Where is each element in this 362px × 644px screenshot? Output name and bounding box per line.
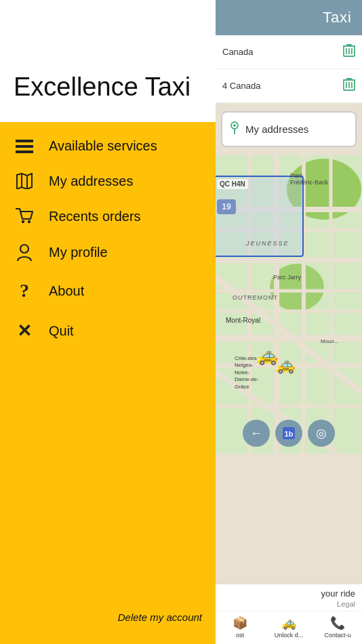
unlock-label: Unlock d... [275,632,304,639]
tab-post[interactable]: 📦 ost [216,616,264,639]
list-icon [14,140,35,153]
map-bottom: your ride Legal 📦 ost 🚕 Unlock d... 📞 Co… [216,584,362,644]
map-label-parc-frederic: ParcFrédéric-Back [290,172,328,186]
nav-label-recents-orders: Recents orders [49,209,141,224]
my-addresses-button[interactable]: My addresses [221,111,357,147]
pin-icon [229,121,240,138]
address-item-1[interactable]: Canada [216,35,362,69]
my-addresses-label: My addresses [245,123,308,135]
svg-marker-3 [17,174,32,189]
post-icon: 📦 [233,616,247,630]
map-topbar-title: Taxi [323,9,352,26]
nav-label-quit: Quit [49,323,74,339]
nav-item-recents-orders[interactable]: Recents orders [0,199,216,234]
address-list: Canada 4 Canada [216,35,362,103]
contact-icon: 📞 [330,616,345,630]
taxi-car-2: 🚕 [275,355,296,374]
bottom-tabs: 📦 ost 🚕 Unlock d... 📞 Contact-u [216,611,362,644]
nav-label-my-addresses: My addresses [49,174,134,189]
svg-rect-0 [16,140,33,142]
nav-label-my-profile: My profile [49,245,108,260]
tab-contact[interactable]: 📞 Contact-u [313,616,362,639]
svg-point-8 [20,245,28,253]
map-controls: ← 1b ◎ [216,420,362,447]
map-label-mount: Moun... [321,338,339,344]
trash-icon-1[interactable] [343,43,355,60]
svg-rect-1 [16,145,33,148]
cart-icon [14,208,35,224]
map-icon [14,173,35,189]
nav-label-available-services: Available services [49,138,157,154]
tab-unlock[interactable]: 🚕 Unlock d... [264,616,313,639]
ride-text: your ride [321,588,355,599]
trash-icon-2[interactable] [343,77,355,94]
address-text-1: Canada [222,47,254,57]
question-icon: ? [14,280,35,302]
map-area: 19 QC H4N JEUNESSE Parc Jarry OUTREMONT … [216,155,362,454]
right-panel: Taxi Canada 4 Canada [216,0,362,644]
location-button[interactable]: ◎ [308,420,335,447]
app-title-area: Excellence Taxi [0,0,216,122]
map-label-cote-des-neiges: Côte-des-Neiges-Notre-Dame-de-Grâce [235,355,259,390]
map-label-mont-royal: Mont-Royal [226,317,260,324]
map-label-jeunesse: JEUNESSE [246,240,289,247]
map-topbar: Taxi [216,0,362,35]
nav-item-available-services[interactable]: Available services [0,129,216,163]
legal-link[interactable]: Legal [216,600,362,611]
svg-point-20 [233,124,236,127]
nav-item-my-profile[interactable]: My profile [0,234,216,270]
left-panel: Excellence Taxi Available services [0,0,216,644]
nav-menu: Available services My addresses [0,122,216,598]
close-icon: ✕ [14,321,35,342]
svg-point-7 [28,220,31,223]
contact-label: Contact-u [324,632,350,639]
post-label: ost [236,632,244,639]
map-label-qch4n: QC H4N [217,179,248,189]
map-label-parc-jarry: Parc Jarry [273,274,301,281]
map-label-outremont: OUTREMONT [233,294,278,301]
nav-item-quit[interactable]: ✕ Quit [0,311,216,351]
delete-account-area: Delete my account [0,598,216,644]
address-text-2: 4 Canada [222,81,260,91]
unlock-icon: 🚕 [281,616,296,630]
address-item-2[interactable]: 4 Canada [216,69,362,103]
delete-account-link[interactable]: Delete my account [118,611,202,623]
app-title: Excellence Taxi [14,73,190,102]
nav-item-about[interactable]: ? About [0,270,216,311]
back-button[interactable]: ← [243,420,270,447]
profile-icon [14,243,35,261]
svg-text:1b: 1b [285,430,294,438]
route-button[interactable]: 1b [275,420,302,447]
ride-text-area: your ride [216,584,362,600]
svg-rect-2 [16,150,33,153]
nav-label-about: About [49,283,84,299]
svg-point-6 [22,220,24,223]
nav-item-my-addresses[interactable]: My addresses [0,163,216,199]
